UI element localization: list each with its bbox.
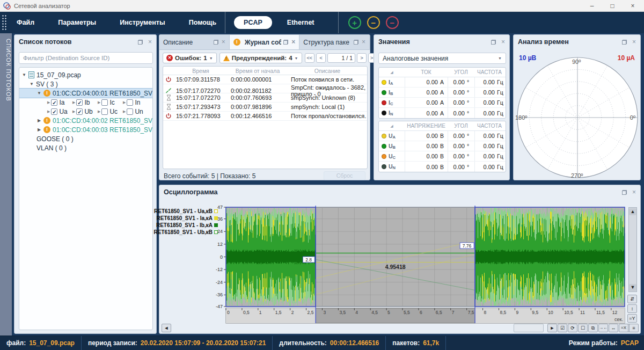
legend-item[interactable]: RET61850_SV1 - Ua,кВ bbox=[162, 208, 218, 215]
vertical-scrollbar[interactable]: ▲ ▼ bbox=[628, 207, 637, 292]
channel-cell-un[interactable]: ▶Un bbox=[123, 108, 148, 115]
refresh-button[interactable]: ⟳ bbox=[568, 324, 577, 332]
collapse-x-button[interactable]: →← bbox=[598, 324, 608, 332]
event-row[interactable]: 15:07:17.2934730:00:07.981896smpSynch: L… bbox=[163, 103, 367, 112]
tree-row-stream[interactable]: ▼!01:0C:CD:04:00:01 RET61850_SV1 | 20,6k bbox=[19, 89, 152, 98]
oscillogram-chart[interactable]: 00,511,522,533,544,555,566,577,588,599,5… bbox=[210, 205, 634, 328]
reset-button[interactable]: Сброс bbox=[324, 171, 365, 180]
expander-icon[interactable]: ▶ bbox=[47, 100, 50, 105]
channel-cell-ib[interactable]: ▶✓Ib bbox=[72, 99, 98, 106]
checkbox-in[interactable] bbox=[127, 99, 133, 106]
tree-row-root[interactable]: ▼15_07_09.pcap bbox=[19, 70, 152, 79]
menu-item-параметры[interactable]: Параметры bbox=[58, 19, 96, 26]
expander-icon[interactable]: ▶ bbox=[123, 100, 126, 105]
expand-x-button[interactable]: ↔ bbox=[609, 324, 618, 332]
tree-row-group[interactable]: VLAN ( 0 ) bbox=[19, 143, 152, 152]
legend-item[interactable]: RET61850_SV1 - Ia,кА bbox=[162, 215, 218, 222]
close-icon[interactable]: × bbox=[501, 40, 505, 45]
close-icon[interactable]: × bbox=[632, 190, 636, 195]
expander-icon[interactable]: ▶ bbox=[98, 110, 100, 114]
menu-item-помощь[interactable]: Помощь bbox=[189, 19, 216, 26]
expander-icon[interactable]: ▶ bbox=[47, 110, 50, 114]
float-icon[interactable] bbox=[283, 40, 288, 45]
fit-y-button[interactable]: =Y bbox=[627, 314, 637, 323]
channel-cell-ia[interactable]: ▶✓Ia bbox=[47, 99, 72, 106]
scroll-right-button[interactable]: ► bbox=[547, 324, 557, 332]
legend-item[interactable]: RET61850_SV1 - Ib,кА bbox=[162, 222, 218, 229]
page-number-input[interactable]: 1 / 1 bbox=[327, 53, 355, 63]
first-page-button[interactable]: << bbox=[305, 53, 315, 63]
rotate-view-button[interactable]: ⧉ bbox=[588, 324, 598, 332]
scroll-up-button[interactable]: ▲ bbox=[629, 208, 636, 215]
expander-icon[interactable]: ▼ bbox=[29, 82, 34, 86]
channel-cell-in[interactable]: ▶In bbox=[123, 99, 148, 106]
checkbox-ia[interactable]: ✓ bbox=[51, 99, 57, 106]
tree-row-sv-group[interactable]: ▼SV ( 3 ) bbox=[19, 79, 152, 89]
horizontal-scrollbar-thumb[interactable] bbox=[514, 324, 544, 332]
errors-dropdown[interactable]: ✕ Ошибок: 1 ▼ bbox=[163, 53, 217, 63]
legend-item[interactable]: RET61850_SV1 - Ub,кВ bbox=[162, 229, 218, 236]
prev-page-button[interactable]: < bbox=[316, 53, 326, 63]
close-icon[interactable]: × bbox=[222, 40, 225, 45]
checkbox-ub[interactable]: ✓ bbox=[76, 108, 83, 115]
values-type-select[interactable]: Аналоговые значения ▼ bbox=[378, 53, 506, 64]
float-icon[interactable] bbox=[491, 40, 496, 45]
stream-filter-input[interactable]: Фильтр (Destination Source ID) bbox=[19, 52, 153, 64]
minimize-button[interactable]: – bbox=[588, 2, 596, 10]
scroll-down-button[interactable]: ▼ bbox=[629, 284, 636, 291]
checkbox-un[interactable] bbox=[127, 108, 133, 115]
channel-cell-ic[interactable]: ▶Ic bbox=[98, 99, 123, 106]
sort-cell[interactable]: ◢ bbox=[379, 68, 405, 77]
float-icon[interactable] bbox=[138, 40, 143, 45]
drag-grip-icon[interactable] bbox=[2, 14, 7, 31]
expander-icon[interactable]: ▶ bbox=[72, 110, 75, 114]
mode-tab-ethernet[interactable]: Ethernet bbox=[277, 16, 324, 29]
event-row[interactable]: 15:07:17.0722700:00:07.760693smpSynch: U… bbox=[163, 93, 367, 103]
expander-icon[interactable]: ▶ bbox=[123, 110, 126, 114]
tab-структура-пакета[interactable]: Структура пакета× bbox=[299, 35, 370, 49]
float-icon[interactable] bbox=[622, 40, 627, 45]
float-icon[interactable] bbox=[622, 190, 627, 195]
close-icon[interactable]: × bbox=[148, 40, 152, 45]
channel-cell-ub[interactable]: ▶✓Ub bbox=[72, 108, 98, 115]
expander-icon[interactable]: ▶ bbox=[72, 100, 75, 105]
float-icon[interactable] bbox=[214, 40, 218, 45]
expander-icon[interactable]: ▼ bbox=[21, 72, 27, 77]
remove-error-button[interactable]: − bbox=[386, 16, 399, 29]
box-select-button[interactable]: ☐ bbox=[578, 324, 588, 332]
fit-x-button[interactable]: =X bbox=[619, 324, 628, 332]
checkbox-ua[interactable]: ✓ bbox=[51, 108, 57, 115]
menu-item-инструменты[interactable]: Инструменты bbox=[120, 19, 165, 26]
close-button[interactable]: × bbox=[629, 2, 636, 10]
checkbox-ic[interactable] bbox=[101, 99, 108, 106]
expander-icon[interactable]: ▶ bbox=[98, 100, 100, 105]
event-row[interactable]: 15:07:09.3115780:00:00.000001Поток появи… bbox=[163, 75, 367, 84]
streams-rail-tab[interactable]: СПИСОК ПОТОКОВ bbox=[0, 33, 12, 336]
expander-icon[interactable]: ▶ bbox=[36, 118, 42, 123]
close-icon[interactable]: × bbox=[291, 40, 295, 45]
close-icon[interactable]: × bbox=[362, 40, 365, 45]
next-page-button[interactable]: > bbox=[357, 53, 367, 63]
scroll-left-button[interactable]: ◄ bbox=[162, 324, 171, 332]
expander-icon[interactable]: ▶ bbox=[36, 127, 42, 132]
tab-описание[interactable]: Описание× bbox=[159, 35, 230, 49]
channel-cell-ua[interactable]: ▶✓Ua bbox=[47, 108, 72, 115]
close-icon[interactable]: × bbox=[632, 40, 636, 45]
tree-row-stream[interactable]: ▶!01:0C:CD:04:00:02 RET61850_SV2 | 20,6k bbox=[19, 116, 152, 125]
tab-event-log[interactable]: !Журнал событий× bbox=[230, 35, 300, 49]
tree-row-stream[interactable]: ▶!01:0C:CD:04:00:03 RET61850_SV3 | 20,6k bbox=[19, 125, 152, 134]
channel-cell-uc[interactable]: ▶Uc bbox=[98, 108, 123, 115]
menu-item-файл[interactable]: Файл bbox=[17, 19, 34, 26]
sort-cell[interactable]: ◢ bbox=[379, 121, 405, 130]
add-stream-button[interactable]: + bbox=[348, 16, 361, 29]
expand-y-button[interactable]: ↕ bbox=[627, 304, 637, 313]
toggle-selection-button[interactable]: ☑ bbox=[558, 324, 567, 332]
warnings-dropdown[interactable]: Предупреждений: 4 ▼ bbox=[219, 53, 302, 63]
event-row[interactable]: 15:07:17.0722700:00:02.801182SmpCnt: ожи… bbox=[163, 84, 367, 93]
menu-button[interactable]: ≡ bbox=[629, 324, 639, 332]
maximize-button[interactable]: □ bbox=[609, 2, 616, 10]
mode-tab-pcap[interactable]: PCAP bbox=[234, 16, 272, 29]
checkbox-uc[interactable] bbox=[101, 108, 108, 115]
event-row[interactable]: 15:07:21.7780930:00:12.466516Поток пропа… bbox=[163, 112, 367, 121]
expander-icon[interactable]: ▼ bbox=[36, 91, 42, 96]
